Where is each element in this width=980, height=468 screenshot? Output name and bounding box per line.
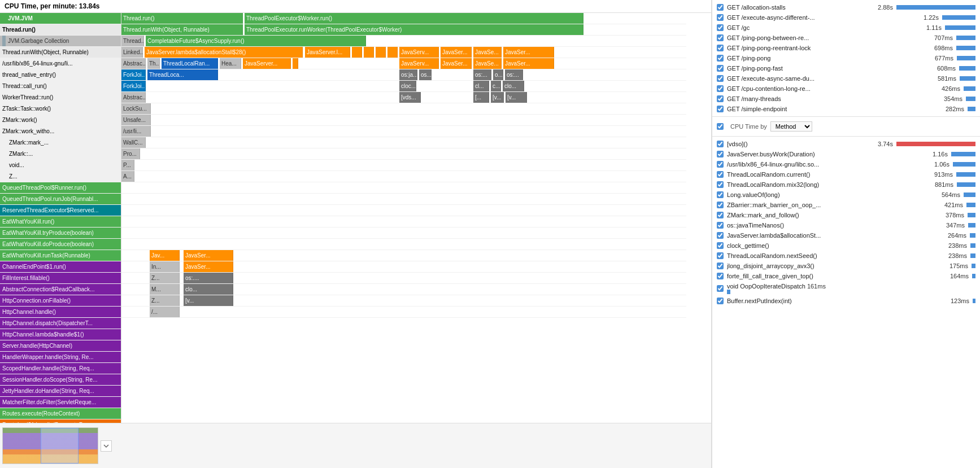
frame-queued-run-job[interactable]: QueuedThreadPool.runJob(Runnabl... bbox=[0, 194, 121, 205]
thread-z[interactable]: Z... bbox=[0, 171, 121, 182]
frame-7-lbr2[interactable]: [v... bbox=[491, 92, 504, 103]
frame-5-o[interactable]: o... bbox=[493, 69, 503, 80]
frame-jetty-handler[interactable]: JettyHandler.doHandle(String, Req... bbox=[0, 386, 121, 397]
frame-25-lbr[interactable]: [v... bbox=[184, 295, 233, 306]
frame-3-javaser[interactable]: JavaSer... bbox=[441, 47, 472, 58]
method-checkbox-3[interactable] bbox=[717, 171, 724, 178]
thread-jvmjvm[interactable]: JVM.JVM bbox=[0, 13, 121, 24]
frame-3-linked[interactable]: Linked... bbox=[121, 47, 143, 58]
frame-http-channel-dispatch[interactable]: HttpChannel.dispatch(DispatcherT... bbox=[0, 318, 121, 329]
method-row-3[interactable]: ThreadLocalRandom.current() 913ms bbox=[712, 169, 980, 180]
frame-http-channel-handle[interactable]: HttpChannel.handle() bbox=[0, 307, 121, 318]
frame-21-jav[interactable]: Jav... bbox=[150, 250, 180, 261]
method-row-15[interactable]: Buffer.nextPutIndex(int) 123ms bbox=[712, 296, 980, 306]
frame-1-0[interactable]: Thread.runWith(Object, Runnable) bbox=[121, 24, 243, 35]
endpoint-row-2[interactable]: GET /gc 1.11s bbox=[712, 23, 980, 33]
minimap-canvas[interactable] bbox=[2, 427, 98, 464]
frame-25-z2[interactable]: Z... bbox=[150, 295, 180, 306]
frame-7-lbr3[interactable]: [v... bbox=[506, 92, 527, 103]
method-row-14[interactable]: void OopOopIterateDispatch 161ms bbox=[712, 281, 980, 296]
frame-9-unsafe[interactable]: Unsafe... bbox=[121, 115, 151, 125]
method-checkbox-15[interactable] bbox=[717, 298, 724, 304]
endpoint-checkbox-2[interactable] bbox=[717, 24, 724, 31]
frame-2-1[interactable]: CompletableFuture$AsyncSupply.run() bbox=[146, 36, 366, 46]
frame-3-javaserverl[interactable]: JavaServer.l... bbox=[305, 47, 350, 58]
method-checkbox-7[interactable] bbox=[717, 212, 724, 218]
frame-0-1[interactable]: ThreadPoolExecutor$Worker.run() bbox=[245, 13, 583, 24]
frame-eatwhat-do[interactable]: EatWhatYouKill.doProduce(boolean) bbox=[0, 239, 121, 250]
frame-5-os2[interactable]: os... bbox=[419, 69, 432, 80]
method-checkbox-2[interactable] bbox=[717, 161, 724, 168]
frame-10-usrli[interactable]: /usr/li... bbox=[121, 126, 151, 137]
method-row-13[interactable]: forte_fill_call_trace_given_top() 164ms bbox=[712, 271, 980, 281]
frame-5-threadloca[interactable]: ThreadLoca... bbox=[147, 69, 218, 80]
endpoint-row-0[interactable]: GET /allocation-stalls 2.88s bbox=[712, 2, 980, 12]
method-select[interactable]: Method Endpoint bbox=[770, 121, 812, 132]
frame-6-c[interactable]: c... bbox=[491, 81, 501, 91]
endpoint-row-8[interactable]: GET /cpu-contention-long-re... 426ms bbox=[712, 84, 980, 94]
method-row-12[interactable]: jlong_disjoint_arraycopy_avx3() 175ms bbox=[712, 261, 980, 271]
thread-worker-run[interactable]: WorkerThread::run() bbox=[0, 92, 121, 103]
endpoint-checkbox-7[interactable] bbox=[717, 75, 724, 82]
frame-14-a[interactable]: A... bbox=[121, 171, 134, 182]
frame-3-javaserv2[interactable]: JavaServ... bbox=[399, 47, 439, 58]
frame-3-js4[interactable] bbox=[387, 47, 398, 58]
frame-21-javaserr[interactable]: JavaSer... bbox=[184, 250, 233, 261]
frame-5-os1[interactable]: os:ja... bbox=[399, 69, 417, 80]
endpoint-row-1[interactable]: GET /execute-async-different-... 1.22s bbox=[712, 12, 980, 23]
collapse-button[interactable] bbox=[101, 440, 112, 452]
frame-eatwhat-run[interactable]: EatWhatYouKill.run() bbox=[0, 216, 121, 228]
endpoint-checkbox-1[interactable] bbox=[717, 14, 724, 21]
endpoint-row-6[interactable]: GET /ping-pong-fast 608ms bbox=[712, 63, 980, 73]
endpoint-checkbox-8[interactable] bbox=[717, 85, 724, 92]
frame-scoped-handler[interactable]: ScopedHandler.handle(String, Req... bbox=[0, 363, 121, 374]
frame-eatwhat-try[interactable]: EatWhatYouKill.tryProduce(boolean) bbox=[0, 228, 121, 239]
endpoint-row-5[interactable]: GET /ping-pong 677ms bbox=[712, 53, 980, 63]
frame-4-javaserr[interactable]: JavaSer... bbox=[503, 58, 554, 69]
thread-ztask[interactable]: ZTask::Task::work() bbox=[0, 103, 121, 115]
frame-6-clo[interactable]: clo... bbox=[503, 81, 524, 91]
frame-5-os4[interactable]: os:... bbox=[505, 69, 523, 80]
method-row-10[interactable]: clock_gettime() 238ms bbox=[712, 240, 980, 251]
frame-4-javaser[interactable]: JavaSer... bbox=[441, 58, 472, 69]
frame-handler-wrapper[interactable]: HandlerWrapper.handle(String, Re... bbox=[0, 352, 121, 363]
method-row-5[interactable]: Long.valueOf(long) 564ms bbox=[712, 190, 980, 200]
frame-server-handle[interactable]: Server.handle(HttpChannel) bbox=[0, 340, 121, 352]
frame-3-js3[interactable] bbox=[376, 47, 386, 58]
thread-zmark-work[interactable]: ZMark::work() bbox=[0, 115, 121, 126]
frame-3-javase[interactable]: JavaSe... bbox=[473, 47, 502, 58]
frame-1-1[interactable]: ThreadPoolExecutor.runWorker(ThreadPoolE… bbox=[245, 24, 583, 35]
endpoint-checkbox-3[interactable] bbox=[717, 34, 724, 41]
frame-8-locksu[interactable]: LockSu... bbox=[121, 103, 151, 114]
frame-http-channel-lambda[interactable]: HttpChannel.lambda$handle$1() bbox=[0, 329, 121, 340]
frame-4-javaserv2[interactable]: JavaServ... bbox=[399, 58, 439, 69]
frame-23-z[interactable]: Z... bbox=[150, 273, 180, 283]
thread-lib[interactable]: /usr/lib/x86_64-linux-gnu/li... bbox=[0, 58, 121, 69]
frame-eatwhat-task[interactable]: EatWhatYouKill.runTask(Runnable) bbox=[0, 250, 121, 261]
endpoint-row-4[interactable]: GET /ping-pong-reentrant-lock 698ms bbox=[712, 43, 980, 53]
method-checkbox-0[interactable] bbox=[717, 141, 724, 147]
method-row-1[interactable]: JavaServer.busyWork(Duration) 1.16s bbox=[712, 149, 980, 159]
frame-4-th[interactable]: Th... bbox=[147, 58, 160, 69]
method-checkbox-6[interactable] bbox=[717, 202, 724, 208]
endpoint-row-9[interactable]: GET /many-threads 354ms bbox=[712, 94, 980, 104]
frame-7-lbr1[interactable]: [... bbox=[473, 92, 489, 103]
frame-fill-interest[interactable]: FillInterest.fillable() bbox=[0, 273, 121, 284]
frame-7-abstrac[interactable]: Abstrac... bbox=[121, 92, 146, 103]
frame-3-js2[interactable] bbox=[364, 47, 374, 58]
endpoint-checkbox-0[interactable] bbox=[717, 4, 724, 11]
method-checkbox-1[interactable] bbox=[717, 151, 724, 158]
frame-22-javaserr[interactable]: JavaSer... bbox=[184, 261, 233, 272]
thread-native[interactable]: thread_native_entry() bbox=[0, 69, 121, 81]
frame-6-cloc1[interactable]: cloc... bbox=[399, 81, 416, 91]
method-row-7[interactable]: ZMark::mark_and_follow() 378ms bbox=[712, 210, 980, 220]
frame-matcher-filter[interactable]: MatcherFilter.doFilter(ServletReque... bbox=[0, 397, 121, 408]
frame-24-clo[interactable]: clo... bbox=[184, 284, 233, 295]
frame-session-handler[interactable]: SessionHandler.doScope(String, Re... bbox=[0, 374, 121, 386]
method-row-2[interactable]: /usr/lib/x86_64-linux-gnu/libc.so... 1.0… bbox=[712, 159, 980, 169]
frame-routes[interactable]: Routes.execute(RouteContext) bbox=[0, 408, 121, 419]
frame-11-wallc[interactable]: WallC... bbox=[121, 137, 146, 148]
frame-4-hea[interactable]: Hea... bbox=[220, 58, 241, 69]
frame-3-javaserver[interactable]: JavaServer.lambda$allocationStall$28() bbox=[145, 47, 303, 58]
frame-3-js1[interactable] bbox=[352, 47, 362, 58]
